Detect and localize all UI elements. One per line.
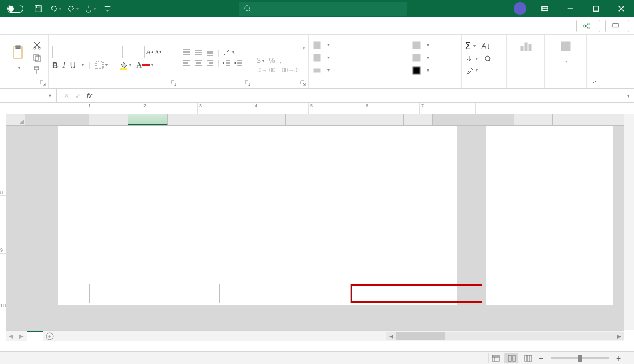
formula-input[interactable] — [99, 89, 622, 102]
increase-decimal-icon[interactable]: .0→.00 — [257, 67, 275, 73]
footer-left-section[interactable] — [90, 284, 220, 303]
column-header-i[interactable] — [404, 114, 433, 125]
tab-file[interactable] — [5, 17, 21, 35]
column-header-c[interactable] — [168, 114, 207, 125]
column-header-a[interactable] — [89, 114, 128, 125]
number-dialog-launcher[interactable] — [299, 79, 307, 87]
footer-center-section[interactable] — [220, 284, 350, 303]
sheet-nav-next-icon[interactable]: ▶ — [16, 333, 27, 339]
align-top-icon[interactable] — [183, 49, 191, 57]
currency-icon[interactable]: $▾ — [257, 57, 264, 65]
insert-function-icon[interactable]: fx — [87, 92, 92, 100]
spreadsheet-grid[interactable] — [6, 114, 624, 330]
tab-insert[interactable] — [37, 17, 53, 35]
vertical-scrollbar[interactable] — [624, 114, 634, 330]
align-center-icon[interactable] — [194, 59, 202, 67]
conditional-formatting-button[interactable]: ▾ — [312, 40, 404, 50]
align-middle-icon[interactable] — [194, 49, 202, 57]
tab-view[interactable] — [134, 17, 150, 35]
find-select-icon[interactable] — [484, 55, 492, 63]
horizontal-scrollbar[interactable]: ◀ ▶ — [386, 332, 624, 340]
qat-customize-icon[interactable] — [101, 2, 115, 16]
align-left-icon[interactable] — [183, 59, 191, 67]
collapse-ribbon-icon[interactable] — [587, 35, 603, 88]
hscroll-right-icon[interactable]: ▶ — [614, 333, 624, 339]
zoom-slider-handle[interactable] — [578, 355, 582, 362]
tab-review[interactable] — [118, 17, 134, 35]
expand-formula-bar-icon[interactable]: ▾ — [622, 93, 634, 99]
vertical-ruler[interactable]: 8 9 10 — [0, 126, 6, 341]
analyze-data-button[interactable] — [510, 37, 541, 58]
autosum-button[interactable]: Σ▾ A↓ — [465, 41, 503, 51]
maximize-icon[interactable] — [583, 0, 609, 17]
zoom-in-button[interactable]: + — [614, 354, 622, 363]
horizontal-ruler[interactable]: 1 2 3 4 5 6 7 — [0, 103, 634, 114]
hscroll-left-icon[interactable]: ◀ — [386, 333, 396, 339]
column-header-j[interactable] — [514, 114, 553, 125]
tab-header-footer[interactable] — [167, 17, 183, 35]
number-format-dropdown[interactable] — [257, 42, 300, 54]
page-layout-view-icon[interactable] — [504, 353, 518, 363]
font-color-icon[interactable]: A▾ — [136, 61, 153, 70]
cell-styles-button[interactable]: ▾ — [312, 66, 404, 75]
ribbon-display-icon[interactable] — [532, 0, 558, 17]
clipboard-dialog-launcher[interactable] — [39, 79, 47, 87]
footer-box[interactable] — [89, 284, 482, 303]
cut-icon[interactable] — [32, 40, 42, 50]
tab-data[interactable] — [102, 17, 118, 35]
column-header-e[interactable] — [246, 114, 286, 125]
tab-home[interactable] — [21, 17, 37, 35]
column-header-g[interactable] — [325, 114, 364, 125]
format-cells-button[interactable]: ▾ — [412, 66, 458, 75]
increase-indent-icon[interactable] — [234, 59, 242, 67]
name-box[interactable]: ▼ — [0, 89, 57, 102]
page-break-view-icon[interactable] — [521, 353, 535, 363]
increase-font-icon[interactable]: A▴ — [146, 47, 153, 57]
align-right-icon[interactable] — [206, 59, 214, 67]
column-header-h[interactable] — [364, 114, 404, 125]
italic-button[interactable]: I — [62, 61, 65, 70]
format-as-table-button[interactable]: ▾ — [312, 53, 404, 62]
close-icon[interactable] — [609, 0, 634, 17]
insert-cells-button[interactable]: ▾ — [412, 40, 458, 50]
decrease-decimal-icon[interactable]: .00→.0 — [280, 67, 298, 73]
percent-icon[interactable]: % — [269, 57, 275, 65]
sheet-nav-prev-icon[interactable]: ◀ — [6, 333, 16, 339]
column-header-b[interactable] — [128, 114, 168, 125]
alignment-dialog-launcher[interactable] — [244, 79, 252, 87]
redo-icon[interactable]: ▾ — [66, 2, 80, 16]
font-dialog-launcher[interactable] — [169, 79, 178, 87]
bold-button[interactable]: B — [52, 61, 58, 70]
underline-button[interactable]: U — [70, 61, 76, 70]
avatar[interactable] — [514, 2, 526, 15]
cancel-formula-icon[interactable]: ✕ — [64, 92, 69, 100]
sort-filter-icon[interactable]: A↓ — [482, 42, 491, 50]
format-painter-icon[interactable] — [32, 66, 42, 75]
font-size-input[interactable] — [124, 46, 145, 58]
font-name-input[interactable] — [52, 46, 123, 58]
fill-color-icon[interactable]: ▾ — [119, 61, 131, 70]
borders-icon[interactable]: ▾ — [95, 61, 108, 70]
clear-button[interactable]: ▾ — [465, 66, 503, 75]
minimize-icon[interactable] — [558, 0, 583, 17]
column-header-d[interactable] — [207, 114, 246, 125]
zoom-slider[interactable] — [551, 357, 609, 359]
name-box-dropdown-icon[interactable]: ▼ — [47, 93, 53, 99]
enter-formula-icon[interactable]: ✓ — [75, 92, 81, 100]
hscroll-thumb[interactable] — [396, 332, 445, 340]
save-icon[interactable] — [31, 2, 45, 16]
comma-icon[interactable]: , — [279, 57, 281, 65]
autosave-toggle[interactable] — [2, 5, 28, 13]
fill-button[interactable]: ▾ — [465, 55, 503, 63]
tab-page-layout[interactable] — [69, 17, 86, 35]
tab-draw[interactable] — [53, 17, 69, 35]
comments-button[interactable] — [605, 20, 629, 32]
undo-icon[interactable]: ▾ — [49, 2, 62, 16]
tab-formulas[interactable] — [86, 17, 102, 35]
search-box[interactable] — [239, 2, 407, 16]
sensitivity-button[interactable]: ▾ — [548, 37, 583, 65]
zoom-out-button[interactable]: − — [537, 354, 545, 363]
decrease-indent-icon[interactable] — [223, 59, 231, 67]
share-button[interactable] — [576, 20, 600, 32]
tab-help[interactable] — [150, 17, 167, 35]
